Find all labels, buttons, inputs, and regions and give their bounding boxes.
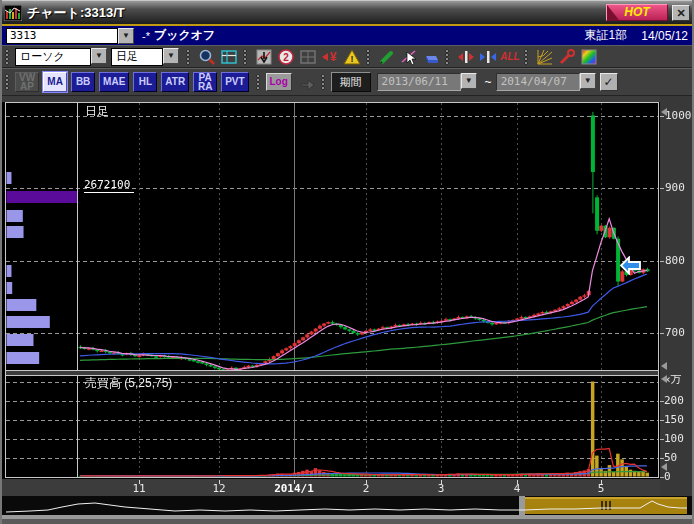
para-line2: RA — [197, 82, 213, 91]
window-border-left — [0, 0, 2, 524]
toolbar-grip[interactable] — [5, 49, 12, 65]
period-to-combo[interactable]: 2014/04/07 ▼ — [496, 73, 596, 91]
wrench-icon — [558, 48, 576, 66]
indicator-pvt-button[interactable]: PVT — [221, 72, 248, 92]
svg-text:¥: ¥ — [330, 50, 337, 64]
symbol-combo[interactable]: ▼ — [6, 28, 134, 44]
toolbar-grip[interactable] — [186, 49, 193, 65]
indicator-vwap-button[interactable]: VW AP — [15, 72, 39, 92]
toolbar-grip[interactable] — [5, 74, 12, 90]
time-tick-label: 5 — [571, 482, 631, 495]
axis-arrow-icon[interactable] — [661, 463, 667, 471]
time-tick-label: 2 — [336, 482, 396, 495]
toolbar-grip[interactable] — [321, 74, 328, 90]
price-tick-label: 1000 — [665, 109, 692, 122]
alert-icon: ! — [343, 48, 361, 66]
toolbar-grip[interactable] — [243, 49, 250, 65]
axis-arrow-icon[interactable] — [661, 362, 667, 370]
compare-chart-icon-disabled — [299, 48, 317, 66]
time-tick-label: 3 — [411, 482, 471, 495]
draw-pen-button[interactable] — [376, 47, 398, 67]
indicator-atr-button[interactable]: ATR — [161, 72, 189, 92]
toolbar-grip[interactable] — [366, 49, 373, 65]
color-palette-button[interactable] — [578, 47, 600, 67]
period-apply-checkbox[interactable]: ✓ — [600, 73, 618, 91]
settings-wrench-button[interactable] — [556, 47, 578, 67]
timeframe-combo[interactable]: 日足 ▼ — [111, 48, 179, 66]
svg-text:!: ! — [351, 54, 354, 64]
indicator-mae-button[interactable]: MAE — [99, 72, 129, 92]
volume-tick-label: 200 — [664, 394, 684, 407]
period-to-value: 2014/04/07 — [496, 73, 580, 91]
chart-type-value: ローソク — [15, 48, 91, 66]
chart-window: チャート:3313/T HOT ✕ ▼ -* ブックオフ 東証1部 14/05/… — [0, 0, 694, 524]
volume-tick-label: 0 — [664, 470, 671, 483]
fan-button[interactable] — [534, 47, 556, 67]
app-icon — [4, 5, 22, 21]
close-button[interactable]: ✕ — [672, 5, 690, 21]
period-from-value: 2013/06/11 — [377, 73, 461, 91]
time-tick-label: 4 — [487, 482, 547, 495]
timeframe-value: 日足 — [111, 48, 163, 66]
period-to-dropdown[interactable]: ▼ — [580, 73, 596, 89]
chart-cursor-arrow-icon — [620, 256, 641, 275]
period-from-dropdown[interactable]: ▼ — [461, 73, 477, 89]
chart-canvas[interactable] — [0, 96, 694, 524]
candle-widen-button[interactable] — [455, 47, 477, 67]
symbol-name: ブックオフ — [154, 27, 215, 44]
show-all-button[interactable]: ALL — [499, 47, 521, 67]
symbol-code-input[interactable] — [6, 28, 118, 44]
jump-button[interactable] — [296, 72, 318, 92]
jump-arrow-icon-disabled — [298, 73, 316, 91]
toolbar-grip[interactable] — [524, 49, 531, 65]
compare-chart-button[interactable] — [297, 47, 319, 67]
axis-arrow-icon[interactable] — [661, 108, 667, 116]
indicator-hl-button[interactable]: HL — [133, 72, 157, 92]
indicator-para-button[interactable]: PA RA — [193, 72, 217, 92]
period-from-combo[interactable]: 2013/06/11 ▼ — [377, 73, 477, 91]
volume-tick-label: 150 — [664, 413, 684, 426]
show-all-icon: ALL — [500, 51, 519, 62]
log-scale-button[interactable]: Log — [266, 73, 292, 91]
rainbow-palette-icon — [580, 48, 598, 66]
candle-narrow-button[interactable] — [477, 47, 499, 67]
vbp-highlight-value: 2672100 — [84, 178, 134, 193]
timeframe-dropdown[interactable]: ▼ — [163, 48, 179, 64]
svg-text:2: 2 — [283, 52, 289, 63]
yen-line-icon: ¥ — [321, 48, 339, 66]
indicator-ma-button[interactable]: MA — [43, 72, 67, 92]
period-button[interactable]: 期間 — [331, 72, 371, 92]
zoom-button[interactable] — [196, 47, 218, 67]
indicator-add-icon — [255, 48, 273, 66]
frame-settings-button[interactable] — [218, 47, 240, 67]
window-2-button[interactable]: 2 — [275, 47, 297, 67]
title-bar[interactable]: チャート:3313/T HOT ✕ — [0, 0, 694, 24]
window-title: チャート:3313/T — [27, 4, 125, 22]
price-tick-label: 900 — [665, 181, 685, 194]
price-tick-label: 700 — [665, 326, 685, 339]
time-tick-label: 11 — [109, 482, 169, 495]
axis-arrow-icon[interactable] — [661, 375, 667, 383]
chart-type-combo[interactable]: ローソク ▼ — [15, 48, 107, 66]
candle-narrow-icon — [479, 48, 497, 66]
zoom-icon — [198, 48, 216, 66]
price-tick-label: 800 — [665, 254, 685, 267]
volume-pane-label: 売買高 (5,25,75) — [85, 375, 172, 392]
indicator-add-button[interactable] — [253, 47, 275, 67]
toolbar-grip[interactable] — [256, 74, 263, 90]
volume-tick-label: 100 — [664, 432, 684, 445]
alert-button[interactable]: ! — [341, 47, 363, 67]
trendline-button[interactable] — [398, 47, 420, 67]
indicator-bb-button[interactable]: BB — [71, 72, 95, 92]
toolbar-grip[interactable] — [445, 49, 452, 65]
fan-web-icon — [536, 48, 554, 66]
chart-type-dropdown[interactable]: ▼ — [91, 48, 107, 64]
candle-widen-icon — [457, 48, 475, 66]
eraser-button[interactable] — [420, 47, 442, 67]
symbol-marker: -* — [142, 30, 150, 42]
hot-badge[interactable]: HOT — [606, 4, 668, 21]
toolbar-indicators: VW AP MA BB MAE HL ATR PA RA PVT Log 期間 … — [0, 68, 694, 96]
time-tick-label: 2014/1 — [264, 482, 324, 495]
yen-line-button[interactable]: ¥ — [319, 47, 341, 67]
symbol-dropdown-button[interactable]: ▼ — [118, 28, 134, 44]
